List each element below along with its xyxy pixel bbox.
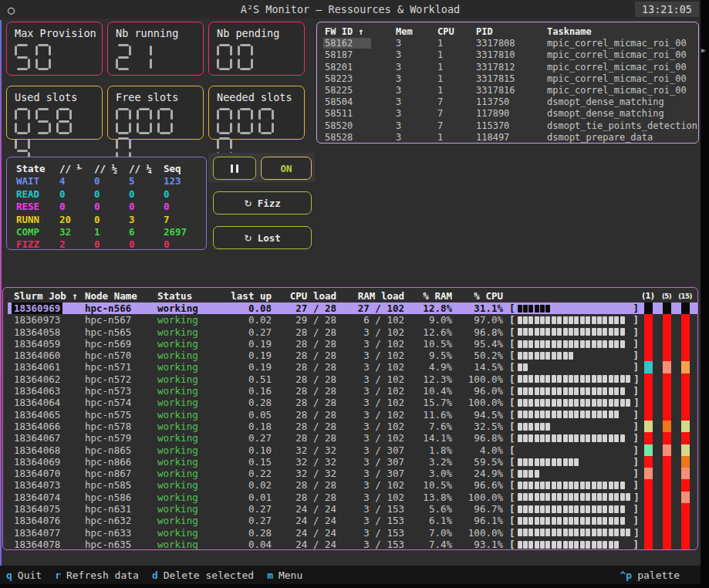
fw-header-taskname[interactable]: Taskname xyxy=(547,26,698,38)
jobs-header-9[interactable]: (1) xyxy=(639,290,657,302)
jobs-table-row[interactable]: 18364075hpc-n631working0.2724 / 243 / 15… xyxy=(8,503,697,515)
jobs-table-row[interactable]: 18364069hpc-n866working0.1532 / 323 / 30… xyxy=(8,456,697,468)
cpu-bar-block xyxy=(545,529,550,536)
load-indicator xyxy=(681,302,690,314)
cpu-bar-block xyxy=(545,340,550,348)
state-value: 0 xyxy=(129,201,164,213)
fw-table-row[interactable]: 58162313317808mpic_correl_micmac_roi_00 xyxy=(325,38,698,49)
jobs-table-row[interactable]: 18364074hpc-n586working0.0128 / 283 / 10… xyxy=(8,492,697,503)
jobs-table-row[interactable]: 18364059hpc-n569working0.1928 / 283 / 10… xyxy=(8,338,697,350)
jobs-cell-status: working xyxy=(157,539,221,550)
jobs-table-row[interactable]: 18364078hpc-n635working0.0424 / 243 / 15… xyxy=(8,539,697,550)
app-title: A²S Monitor — Ressources & Workload xyxy=(0,0,701,19)
fw-header-mem[interactable]: Mem xyxy=(396,26,437,38)
footer-key-refresh-data[interactable]: rRefresh data xyxy=(55,569,152,581)
load-indicator-cell xyxy=(676,397,694,408)
fizz-button[interactable]: ↻ Fizz xyxy=(213,191,312,215)
jobs-cell-ram-pct: 10.5% xyxy=(404,338,452,350)
bar-open-bracket: [ xyxy=(509,468,515,479)
jobs-cell-status: working xyxy=(157,515,221,526)
jobs-table-row[interactable]: 18364062hpc-n572working0.5128 / 283 / 10… xyxy=(8,373,697,385)
jobs-table-row[interactable]: 18364076hpc-n632working0.2724 / 243 / 15… xyxy=(8,515,697,526)
cpu-bar-block xyxy=(523,541,528,549)
on-toggle-button[interactable]: ON xyxy=(261,157,312,180)
jobs-table-row[interactable]: 18360973hpc-n567working0.0229 / 286 / 10… xyxy=(8,314,697,326)
jobs-table-row[interactable]: 18360969hpc-n566working0.0827 / 2827 / 1… xyxy=(8,302,697,314)
cpu-bar-block xyxy=(518,305,522,313)
cpu-bar-block xyxy=(523,470,528,478)
jobs-cell-status: working xyxy=(157,314,221,326)
fw-cell: 3 xyxy=(396,62,437,73)
load-indicator-cell xyxy=(676,302,694,314)
fw-table-row[interactable]: 58201313317812mpic_correl_micmac_roi_00 xyxy=(325,62,698,73)
jobs-header-11[interactable]: (15) xyxy=(676,290,694,302)
cpu-bar-block xyxy=(586,517,590,525)
fw-table-row[interactable]: 5851137117890dsmopt_dense_matching xyxy=(325,108,698,120)
jobs-table-row[interactable]: 18364077hpc-n633working0.2824 / 243 / 15… xyxy=(8,527,697,539)
jobs-cell-cpu-load: 28 / 28 xyxy=(272,373,336,385)
jobs-cell-status: working xyxy=(157,350,221,361)
lost-button[interactable]: ↻ Lost xyxy=(213,226,312,249)
load-indicator-cell xyxy=(639,492,657,503)
counter-label: Free slots xyxy=(116,91,195,103)
scroll-arrow-icon[interactable]: ▶ xyxy=(701,46,705,54)
state-header-1: // ⅟ xyxy=(59,163,94,175)
cpu-bar-block xyxy=(614,517,619,525)
bar-open-bracket: [ xyxy=(509,302,515,314)
jobs-header-5[interactable]: RAM load xyxy=(336,290,404,302)
counter-value xyxy=(15,44,94,72)
jobs-table-row[interactable]: 18364060hpc-n570working0.1928 / 283 / 10… xyxy=(8,350,697,361)
fw-header-cpu[interactable]: CPU xyxy=(437,26,476,38)
jobs-header-4[interactable]: CPU load xyxy=(272,290,336,302)
fw-cell: dsmopt_dense_matching xyxy=(547,108,698,120)
jobs-table-row[interactable]: 18364066hpc-n578working0.1828 / 283 / 10… xyxy=(8,421,697,432)
jobs-header-6[interactable]: % RAM xyxy=(404,290,452,302)
seven-segment-digit xyxy=(217,108,232,134)
cpu-bar-block xyxy=(535,316,539,324)
bar-open-bracket: [ xyxy=(509,373,515,385)
jobs-cell-status: working xyxy=(157,409,221,421)
jobs-header-0[interactable]: Slurm Job ↑ xyxy=(8,290,85,302)
fw-table-row[interactable]: 58225313317816mpic_correl_micmac_roi_00 xyxy=(325,85,698,96)
jobs-table-row[interactable]: 18364058hpc-n565working0.2728 / 283 / 10… xyxy=(8,326,697,338)
fw-header-fw-id-[interactable]: FW ID ↑ xyxy=(325,26,396,38)
jobs-table-row[interactable]: 18364063hpc-n573working0.1628 / 283 / 10… xyxy=(8,385,697,397)
pause-button[interactable] xyxy=(213,157,256,180)
jobs-table-row[interactable]: 18364065hpc-n575working0.0528 / 283 / 10… xyxy=(8,409,697,421)
cpu-bar-block xyxy=(569,505,573,513)
cpu-bar-block xyxy=(574,541,579,549)
fw-table-row[interactable]: 5852037115370dsmopt_tie_points_detection xyxy=(325,120,698,132)
bar-track xyxy=(518,340,631,348)
jobs-table-row[interactable]: 18364064hpc-n574working0.2828 / 283 / 10… xyxy=(8,397,697,408)
fw-cell: 3 xyxy=(396,85,437,96)
fw-header-pid[interactable]: PID xyxy=(476,26,547,38)
jobs-header-10[interactable]: (5) xyxy=(657,290,676,302)
jobs-cell-status: working xyxy=(157,421,221,432)
footer-key-menu[interactable]: mMenu xyxy=(267,569,316,581)
jobs-header-3[interactable]: last up xyxy=(221,290,272,302)
cpu-bar-block xyxy=(557,541,562,549)
fw-table-row[interactable]: 5852831118497dsmopt_prepare_data xyxy=(325,132,698,144)
jobs-cell-node: hpc-n579 xyxy=(85,432,157,444)
jobs-table-row[interactable]: 18364070hpc-n867working0.2232 / 323 / 30… xyxy=(8,468,697,479)
footer-palette-shortcut[interactable]: ^ppalette xyxy=(620,566,693,584)
jobs-table-row[interactable]: 18364073hpc-n585working0.0228 / 283 / 10… xyxy=(8,479,697,491)
jobs-header-7[interactable]: % CPU xyxy=(452,290,503,302)
cpu-bar-block xyxy=(563,328,568,336)
cpu-bar-block xyxy=(609,517,613,525)
cpu-bar-block xyxy=(592,328,596,336)
cpu-bar-block xyxy=(569,517,573,525)
footer-key-quit[interactable]: qQuit xyxy=(6,569,55,581)
jobs-header-1[interactable]: Node Name xyxy=(85,290,157,302)
jobs-table-row[interactable]: 18364067hpc-n579working0.2728 / 283 / 10… xyxy=(8,432,697,444)
cpu-bar-block xyxy=(614,482,619,489)
footer-key-delete-selected[interactable]: dDelete selected xyxy=(152,569,267,581)
fw-table-row[interactable]: 5850437113750dsmopt_dense_matching xyxy=(325,96,698,108)
jobs-cell-node: hpc-n631 xyxy=(85,503,157,515)
cpu-bar-block xyxy=(535,434,539,442)
jobs-table-row[interactable]: 18364061hpc-n571working0.1928 / 283 / 10… xyxy=(8,361,697,373)
fw-table-row[interactable]: 58187313317810mpic_correl_micmac_roi_00 xyxy=(325,49,698,61)
jobs-table-row[interactable]: 18364068hpc-n865working0.1032 / 323 / 30… xyxy=(8,444,697,456)
jobs-header-2[interactable]: Status xyxy=(157,290,221,302)
fw-table-row[interactable]: 58223313317815mpic_correl_micmac_roi_00 xyxy=(325,73,698,85)
